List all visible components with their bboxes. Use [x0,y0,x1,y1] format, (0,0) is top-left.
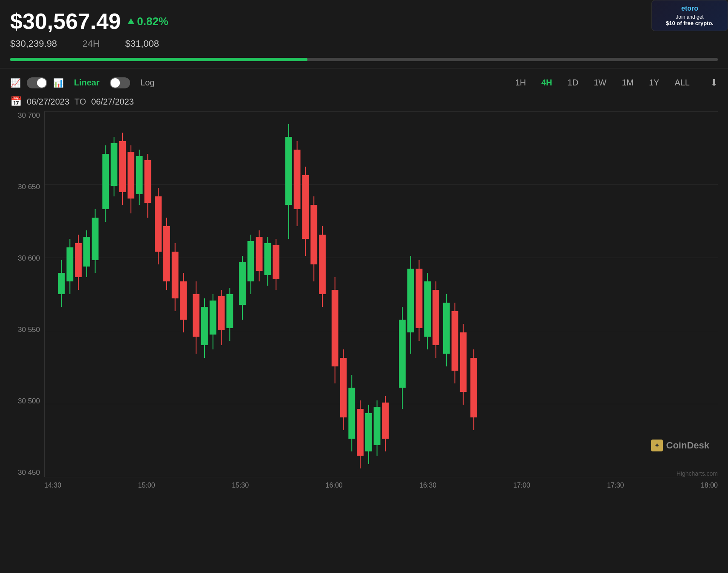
svg-rect-65 [348,388,355,439]
svg-rect-77 [407,269,414,332]
y-label-3: 30 600 [10,254,44,263]
y-label-4: 30 550 [10,326,44,334]
chart-controls: 📈 📊 Linear Log 1H 4H 1D 1W 1M 1Y ALL ⬇ [0,75,728,90]
toggle-knob [37,78,46,88]
svg-rect-85 [443,303,450,354]
svg-rect-79 [416,269,423,328]
svg-rect-35 [210,301,216,335]
svg-rect-71 [374,407,381,445]
svg-rect-13 [111,143,117,186]
time-btn-1m[interactable]: 1M [616,75,640,90]
time-btn-1h[interactable]: 1H [509,75,532,90]
svg-rect-69 [365,413,372,451]
time-btn-4h[interactable]: 4H [535,75,558,90]
x-label-1430: 14:30 [44,482,61,489]
header: $30,567.49 0.82% $30,239.98 24H $31,008 … [0,0,728,54]
svg-rect-49 [273,245,279,279]
up-arrow-icon [128,18,134,24]
svg-rect-19 [136,156,143,194]
chart-type-toggle[interactable] [27,77,47,88]
svg-rect-59 [319,235,326,294]
time-btn-1d[interactable]: 1D [562,75,585,90]
time-period-buttons: 1H 4H 1D 1W 1M 1Y ALL [509,75,696,90]
svg-rect-75 [399,320,406,388]
x-label-1700: 17:00 [513,482,530,489]
svg-rect-27 [172,252,179,298]
svg-rect-81 [424,281,431,337]
time-btn-1w[interactable]: 1W [588,75,612,90]
svg-rect-67 [357,409,364,456]
x-label-1800: 18:00 [701,482,718,489]
y-label-1: 30 700 [10,111,44,120]
date-from[interactable]: 06/27/2023 [27,97,69,107]
price-high: $31,008 [125,38,159,49]
svg-rect-39 [226,294,233,328]
svg-rect-1 [58,273,65,294]
svg-rect-73 [382,403,389,439]
x-label-1500: 15:00 [138,482,155,489]
y-label-5: 30 500 [10,397,44,406]
x-label-1530: 15:30 [232,482,249,489]
svg-rect-21 [144,160,151,203]
linear-label: Linear [74,78,100,88]
candlestick-chart [45,111,718,477]
svg-rect-29 [180,281,187,320]
ad-text-line3: $10 of free crypto. [656,20,723,26]
coindesk-text: CoinDesk [666,440,709,451]
coindesk-logo: ✦ [651,440,663,451]
main-price-display: $30,567.49 0.82% [10,9,168,34]
price-progress-bar-container [10,58,718,61]
line-chart-icon[interactable]: 📈 [10,78,21,88]
date-to-label: TO [74,97,86,107]
header-divider [0,68,728,68]
ad-banner[interactable]: etoro Join and get $10 of free crypto. [651,0,728,31]
svg-rect-53 [294,150,301,209]
svg-rect-45 [256,237,263,271]
svg-rect-57 [310,205,317,264]
svg-rect-41 [239,262,246,305]
price-section: $30,567.49 0.82% $30,239.98 24H $31,008 [10,9,168,49]
y-label-2: 30 650 [10,183,44,191]
svg-rect-87 [452,311,458,371]
time-btn-1y[interactable]: 1Y [643,75,665,90]
price-progress-bar-fill [10,58,307,61]
svg-rect-31 [193,294,199,337]
y-label-6: 30 450 [10,468,44,477]
x-axis: 14:30 15:00 15:30 16:00 16:30 17:00 17:3… [44,477,718,494]
svg-rect-89 [460,332,467,392]
svg-rect-17 [128,152,134,199]
price-change: 0.82% [128,15,168,28]
chart-area: 30 700 30 650 30 600 30 550 30 500 30 45… [10,111,718,494]
svg-rect-33 [201,307,208,345]
log-label: Log [140,78,154,88]
bar-chart-icon[interactable]: 📊 [53,78,64,88]
x-label-1600: 16:00 [326,482,343,489]
price-period: 24H [82,38,100,49]
highcharts-credit: Highcharts.com [677,470,718,477]
svg-rect-61 [332,290,338,366]
ad-text-line2: Join and get [656,14,723,20]
x-label-1630: 16:30 [419,482,436,489]
scale-toggle[interactable] [110,77,130,88]
svg-rect-11 [102,154,109,209]
svg-rect-51 [285,137,292,205]
svg-rect-3 [66,247,73,281]
svg-rect-9 [92,218,99,260]
svg-rect-83 [432,290,439,345]
svg-rect-5 [75,243,82,277]
chart-inner[interactable]: ✦ CoinDesk Highcharts.com [44,111,718,477]
chart-type-icons: 📈 📊 [10,77,64,88]
svg-rect-47 [264,243,271,275]
date-range: 📅 06/27/2023 TO 06/27/2023 [0,96,728,107]
price-low: $30,239.98 [10,38,57,49]
date-to[interactable]: 06/27/2023 [91,97,134,107]
y-axis: 30 700 30 650 30 600 30 550 30 500 30 45… [10,111,44,477]
coindesk-watermark: ✦ CoinDesk [651,440,709,451]
time-btn-all[interactable]: ALL [668,75,696,90]
svg-rect-37 [218,296,225,330]
download-button[interactable]: ⬇ [710,77,718,88]
svg-rect-7 [83,237,90,267]
current-price: $30,567.49 [10,9,121,34]
calendar-icon[interactable]: 📅 [10,96,22,107]
svg-rect-23 [155,196,162,252]
